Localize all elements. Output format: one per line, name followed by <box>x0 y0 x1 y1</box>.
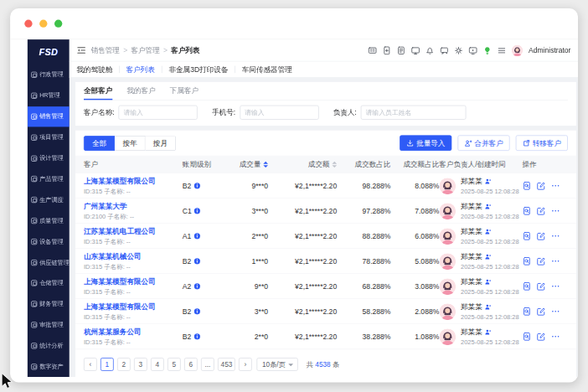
user-avatar[interactable] <box>512 44 524 56</box>
monitor-icon[interactable] <box>411 46 420 55</box>
page-button[interactable]: 453 <box>218 358 235 371</box>
gear-icon[interactable] <box>454 46 463 55</box>
owner-transfer-icon[interactable] <box>485 254 492 260</box>
more-actions-icon[interactable] <box>551 181 560 190</box>
page-size-select[interactable]: 10条/页 <box>257 358 298 371</box>
breadcrumb-item[interactable]: 客户管理 <box>131 45 159 55</box>
window-minimize-button[interactable] <box>39 20 47 28</box>
apps-grid-icon[interactable] <box>369 46 378 55</box>
message-icon[interactable] <box>440 46 449 55</box>
sidebar-item[interactable]: 财务管理 <box>28 294 70 315</box>
more-actions-icon[interactable] <box>551 307 560 316</box>
customer-scope-tab[interactable]: 下属客户 <box>170 82 199 100</box>
sidebar-item[interactable]: 设备管理 <box>28 231 70 252</box>
edit-icon[interactable] <box>537 256 546 266</box>
page-button[interactable]: ... <box>201 358 214 371</box>
customer-name-link[interactable]: 杭州某某服务公司 <box>84 327 183 337</box>
info-icon[interactable] <box>194 208 201 214</box>
view-detail-icon[interactable] <box>523 281 532 291</box>
info-icon[interactable] <box>193 308 200 315</box>
more-actions-icon[interactable] <box>551 332 560 341</box>
info-icon[interactable] <box>193 233 200 240</box>
time-segment[interactable]: 全部 <box>84 136 115 151</box>
filter-input[interactable] <box>361 106 467 120</box>
edit-icon[interactable] <box>537 206 546 215</box>
sidebar-item[interactable]: 审批管理 <box>28 314 70 335</box>
more-actions-icon[interactable] <box>551 206 560 215</box>
more-actions-icon[interactable] <box>551 281 560 291</box>
info-icon[interactable] <box>193 333 200 340</box>
file-add-icon[interactable] <box>383 46 392 55</box>
view-detail-icon[interactable] <box>523 332 532 341</box>
edit-icon[interactable] <box>537 281 546 291</box>
owner-transfer-icon[interactable] <box>485 279 492 286</box>
batch-import-button[interactable]: 批量导入 <box>400 135 451 151</box>
quick-tab[interactable]: 客户列表 <box>120 66 162 74</box>
time-segment[interactable]: 按年 <box>115 136 145 151</box>
owner-transfer-icon[interactable] <box>485 204 492 210</box>
sidebar-item[interactable]: 销售管理 <box>28 106 70 127</box>
breadcrumb-item[interactable]: 销售管理 <box>91 45 120 55</box>
page-button[interactable]: › <box>239 358 252 371</box>
customer-name-link[interactable]: 上海某某模型有限公司 <box>84 302 183 312</box>
edit-icon[interactable] <box>537 181 546 190</box>
edit-icon[interactable] <box>537 231 546 240</box>
owner-transfer-icon[interactable] <box>485 304 492 311</box>
filter-input[interactable] <box>119 106 198 120</box>
sidebar-item[interactable]: 数字资产 <box>28 356 70 377</box>
info-icon[interactable] <box>193 283 200 290</box>
more-actions-icon[interactable] <box>551 231 560 240</box>
menu-icon[interactable] <box>498 46 507 55</box>
edit-icon[interactable] <box>537 332 546 341</box>
page-button[interactable]: 1 <box>101 358 114 371</box>
info-icon[interactable] <box>193 258 200 265</box>
sidebar-item[interactable]: 项目管理 <box>28 127 70 148</box>
customer-scope-tab[interactable]: 全部客户 <box>84 82 112 100</box>
page-button[interactable]: 6 <box>184 358 198 371</box>
edit-icon[interactable] <box>537 307 546 316</box>
window-zoom-button[interactable] <box>54 20 62 28</box>
owner-transfer-icon[interactable] <box>485 178 492 185</box>
page-button[interactable]: 3 <box>134 358 147 371</box>
customer-scope-tab[interactable]: 我的客户 <box>126 82 155 100</box>
info-icon[interactable] <box>193 183 200 189</box>
merge-customer-button[interactable]: 合并客户 <box>457 135 509 151</box>
sidebar-item[interactable]: HR管理 <box>28 85 70 106</box>
theme-bulb-icon[interactable] <box>483 46 493 55</box>
filter-input[interactable] <box>240 106 318 120</box>
customer-name-link[interactable]: 上海某某模型有限公司 <box>84 276 183 286</box>
transfer-customer-button[interactable]: 转移客户 <box>516 135 568 151</box>
page-button[interactable]: 5 <box>168 358 181 371</box>
customer-name-link[interactable]: 江苏某某机电工程公司 <box>84 226 183 236</box>
owner-transfer-icon[interactable] <box>485 329 492 336</box>
time-segment[interactable]: 按月 <box>146 136 176 151</box>
menu-fold-icon[interactable] <box>76 45 85 54</box>
screencast-icon[interactable] <box>469 46 478 55</box>
view-detail-icon[interactable] <box>523 256 532 266</box>
sidebar-item[interactable]: 供应链管理 <box>28 252 70 273</box>
sidebar-item[interactable]: 统计分析 <box>28 335 70 356</box>
page-button[interactable]: ‹ <box>84 358 97 371</box>
sidebar-item[interactable]: 生产调度 <box>28 189 70 210</box>
quick-tab[interactable]: 我的驾驶舱 <box>76 66 119 74</box>
user-name[interactable]: Administrator <box>529 46 570 54</box>
view-detail-icon[interactable] <box>523 206 532 215</box>
sidebar-item[interactable]: 仓储管理 <box>28 273 70 294</box>
customer-name-link[interactable]: 上海某某模型有限公司 <box>84 176 183 186</box>
more-actions-icon[interactable] <box>551 256 560 266</box>
page-button[interactable]: 2 <box>117 358 131 371</box>
sidebar-item[interactable]: 设计管理 <box>28 148 70 169</box>
customer-name-link[interactable]: 广州某某大学 <box>84 201 183 211</box>
bell-icon[interactable] <box>426 46 435 55</box>
view-detail-icon[interactable] <box>523 181 532 190</box>
owner-transfer-icon[interactable] <box>485 229 492 235</box>
sidebar-item[interactable]: 质量管理 <box>28 210 70 231</box>
document-icon[interactable] <box>397 46 406 55</box>
window-close-button[interactable] <box>24 20 32 28</box>
sidebar-item[interactable]: 产品管理 <box>28 168 70 189</box>
customer-name-link[interactable]: 山东某某机械公司 <box>84 251 183 261</box>
page-button[interactable]: 4 <box>151 358 164 371</box>
quick-tab[interactable]: 非金属3D打印设备 <box>162 66 235 74</box>
sidebar-item[interactable]: 行政管理 <box>28 64 70 85</box>
quick-tab[interactable]: 车间传感器管理 <box>235 66 299 74</box>
